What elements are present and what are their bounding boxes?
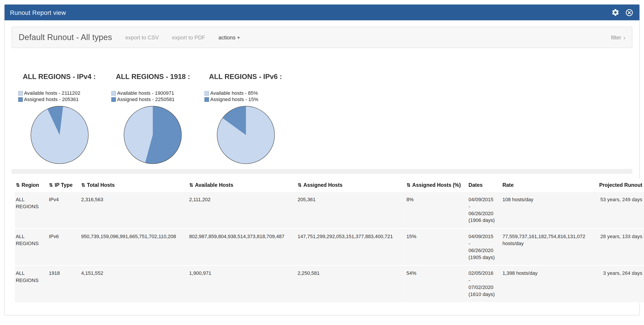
legend-item: Assigned hosts - 2250581 — [112, 96, 204, 103]
window-title: Runout Report view — [10, 9, 66, 16]
cell-projected-runout: 53 years, 249 days — [597, 192, 644, 229]
chart-1918: ALL REGIONS - 1918 : Available hosts - 1… — [112, 73, 204, 164]
table-header-row: ⇅Region ⇅IP Type ⇅Total Hosts ⇅Available… — [15, 179, 644, 192]
cell-rate: 1,398 hosts/day — [502, 266, 597, 302]
close-circle-icon — [625, 8, 633, 16]
column-header-projected-runout: Projected Runout — [597, 179, 644, 192]
chevron-right-icon: › — [623, 34, 625, 41]
cell-rate: 77,559,737,161,182,754,816,131,072 hosts… — [502, 229, 597, 266]
column-header-total-hosts[interactable]: ⇅Total Hosts — [80, 179, 188, 192]
chart-legend: Available hosts - 1900971 Assigned hosts… — [112, 90, 204, 103]
chart-legend: Available hosts - 2111202 Assigned hosts… — [18, 90, 112, 103]
runout-report-window: Runout Report view Default Runout - All … — [4, 4, 640, 315]
column-header-assigned-pct[interactable]: ⇅Assigned Hosts (%) — [406, 179, 468, 192]
column-label: Projected Runout — [599, 182, 642, 188]
legend-swatch-available — [18, 91, 23, 96]
actions-menu-button[interactable]: actions + — [218, 34, 240, 40]
legend-swatch-available — [112, 91, 116, 96]
column-header-region[interactable]: ⇅Region — [15, 179, 48, 192]
column-header-dates: Dates — [468, 179, 502, 192]
legend-swatch-assigned — [112, 97, 116, 102]
cell-assigned-hosts: 205,361 — [297, 192, 406, 229]
filter-label: filter — [611, 34, 621, 40]
cell-region: ALL REGIONS — [15, 266, 48, 302]
column-label: Dates — [468, 182, 483, 188]
legend-label: Available hosts - 1900971 — [117, 90, 174, 96]
sort-icon: ⇅ — [16, 182, 20, 188]
legend-item: Assigned hosts - 15% — [204, 96, 298, 103]
cell-assigned-pct: 15% — [406, 229, 468, 266]
cell-ip-type: IPv6 — [48, 229, 80, 266]
column-label: Region — [22, 182, 39, 188]
sort-icon: ⇅ — [49, 182, 53, 188]
legend-item: Assigned hosts - 205361 — [18, 96, 112, 103]
section-divider — [12, 169, 632, 174]
column-header-ip-type[interactable]: ⇅IP Type — [48, 179, 80, 192]
table-row-ipv4: ALL REGIONS IPv4 2,316,563 2,111,202 205… — [15, 192, 644, 229]
cell-available-hosts: 802,987,859,804,938,514,373,818,709,487 — [188, 229, 297, 266]
cell-assigned-pct: 54% — [406, 266, 468, 302]
pie-chart-1918 — [124, 106, 182, 164]
legend-label: Assigned hosts - 205361 — [24, 96, 79, 103]
column-header-available-hosts[interactable]: ⇅Available Hosts — [188, 179, 297, 192]
cell-ip-type: IPv4 — [48, 192, 80, 229]
charts-section: ALL REGIONS - IPv4 : Available hosts - 2… — [4, 48, 639, 164]
chart-legend: Available hosts - 85% Assigned hosts - 1… — [204, 90, 298, 103]
cell-region: ALL REGIONS — [15, 229, 48, 266]
report-toolbar: Default Runout - All types export to CSV… — [12, 26, 632, 48]
cell-assigned-pct: 8% — [406, 192, 468, 229]
legend-item: Available hosts - 1900971 — [112, 90, 204, 96]
cell-available-hosts: 2,111,202 — [188, 192, 297, 229]
cell-dates: 04/09/2015 - 06/26/2020 (1905 days) — [468, 229, 502, 266]
report-title: Default Runout - All types — [19, 32, 112, 42]
chart-ipv4: ALL REGIONS - IPv4 : Available hosts - 2… — [18, 73, 112, 164]
legend-swatch-assigned — [18, 97, 23, 102]
legend-swatch-assigned — [204, 97, 209, 102]
column-header-assigned-hosts[interactable]: ⇅Assigned Hosts — [297, 179, 406, 192]
close-button[interactable] — [624, 8, 634, 17]
sort-icon: ⇅ — [81, 182, 86, 188]
cell-assigned-hosts: 147,751,299,292,053,151,377,883,400,721 — [297, 229, 406, 266]
legend-label: Available hosts - 85% — [210, 90, 258, 96]
column-label: IP Type — [55, 182, 73, 188]
legend-item: Available hosts - 2111202 — [18, 90, 112, 96]
cell-total-hosts: 4,151,552 — [80, 266, 188, 302]
chart-title: ALL REGIONS - IPv4 : — [18, 73, 112, 81]
column-label: Total Hosts — [87, 182, 114, 188]
cell-projected-runout: 3 years, 264 days — [597, 266, 644, 302]
legend-swatch-available — [204, 91, 209, 96]
chart-title: ALL REGIONS - IPv6 : — [204, 73, 298, 81]
cell-total-hosts: 2,316,563 — [80, 192, 188, 229]
pie-chart-ipv6 — [217, 106, 275, 164]
column-label: Assigned Hosts (%) — [412, 182, 461, 188]
legend-label: Assigned hosts - 2250581 — [117, 96, 174, 103]
cell-region: ALL REGIONS — [15, 192, 48, 229]
column-label: Available Hosts — [195, 182, 233, 188]
column-header-rate: Rate — [502, 179, 597, 192]
legend-label: Available hosts - 2111202 — [24, 90, 80, 96]
cell-available-hosts: 1,900,971 — [188, 266, 297, 302]
chart-title: ALL REGIONS - 1918 : — [112, 73, 204, 81]
chart-ipv6: ALL REGIONS - IPv6 : Available hosts - 8… — [204, 73, 298, 164]
settings-button[interactable] — [610, 8, 620, 17]
sort-icon: ⇅ — [189, 182, 194, 188]
cell-dates: 04/09/2015 - 06/26/2020 (1906 days) — [468, 192, 502, 229]
export-pdf-link[interactable]: export to PDF — [172, 34, 205, 40]
window-titlebar: Runout Report view — [4, 4, 639, 20]
cell-ip-type: 1918 — [48, 266, 80, 302]
gear-icon — [611, 8, 620, 17]
column-label: Rate — [502, 182, 514, 188]
column-label: Assigned Hosts — [303, 182, 342, 188]
legend-label: Assigned hosts - 15% — [210, 96, 258, 103]
filter-toggle[interactable]: filter › — [611, 34, 626, 41]
cell-rate: 108 hosts/day — [502, 192, 597, 229]
legend-item: Available hosts - 85% — [204, 90, 298, 96]
cell-dates: 02/05/2016 - 07/02/2020 (1610 days) — [468, 266, 502, 302]
table-row-1918: ALL REGIONS 1918 4,151,552 1,900,971 2,2… — [15, 266, 644, 302]
cell-projected-runout: 28 years, 133 days — [597, 229, 644, 266]
sort-icon: ⇅ — [298, 182, 302, 188]
cell-total-hosts: 950,739,159,096,991,665,751,702,110,208 — [80, 229, 188, 266]
cell-assigned-hosts: 2,250,581 — [297, 266, 406, 302]
table-row-ipv6: ALL REGIONS IPv6 950,739,159,096,991,665… — [15, 229, 644, 266]
export-csv-link[interactable]: export to CSV — [125, 34, 159, 40]
